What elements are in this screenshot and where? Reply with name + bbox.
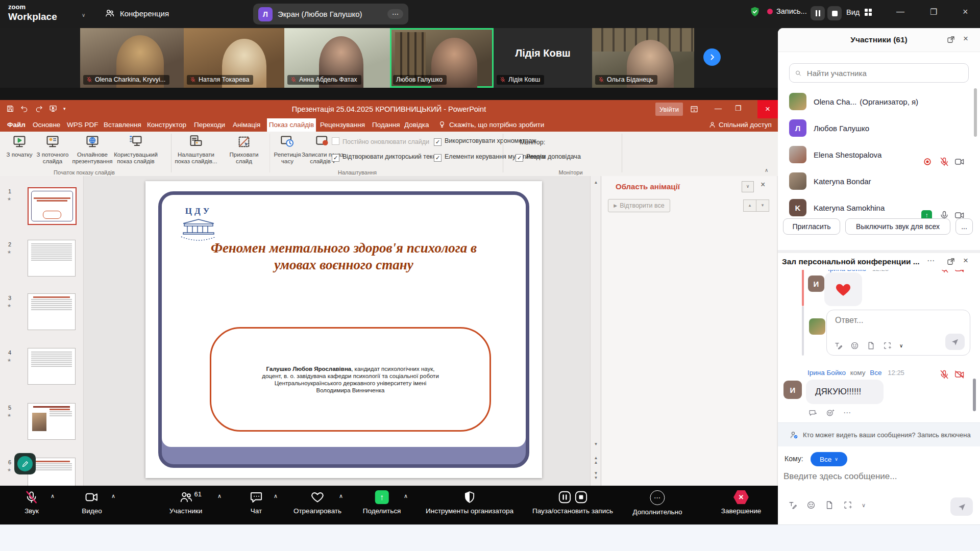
tell-me-box[interactable]: Скажіть, що потрібно зробити: [449, 121, 544, 129]
security-shield-icon[interactable]: [749, 6, 761, 20]
slide-thumbnail-5[interactable]: [28, 403, 76, 440]
more-button[interactable]: ⋯ Дополнительно: [632, 486, 682, 516]
chat-composer[interactable]: [782, 471, 953, 482]
window-minimize-button[interactable]: —: [896, 7, 904, 16]
composer-more-icon[interactable]: ∨: [862, 502, 866, 509]
message-recipient[interactable]: Все: [870, 369, 881, 377]
tab-animations[interactable]: Анімація: [233, 121, 260, 129]
file-icon[interactable]: [867, 341, 875, 350]
chat-message-input[interactable]: [782, 471, 953, 482]
format-icon[interactable]: [834, 341, 843, 350]
slide-thumbnail-2[interactable]: [28, 240, 76, 277]
hide-slide-button[interactable]: Приховати слайд: [226, 135, 262, 165]
host-tools-button[interactable]: Инструменты организатора: [426, 486, 513, 515]
composer-more-icon[interactable]: ∨: [899, 343, 903, 348]
checkbox-presenter-view[interactable]: ✓Режим доповідача: [516, 153, 581, 162]
slide-thumbnail-3[interactable]: [28, 293, 76, 330]
ribbon-display-options-icon[interactable]: [690, 105, 698, 113]
video-tile-active-speaker[interactable]: Любов Галушко: [390, 28, 494, 88]
react-options-icon[interactable]: ∧: [339, 493, 343, 499]
ppt-minimize-button[interactable]: —: [715, 104, 722, 112]
window-close-button[interactable]: ×: [963, 7, 968, 17]
popout-icon[interactable]: [946, 35, 955, 44]
tab-design[interactable]: Конструктор: [147, 121, 186, 129]
participant-row[interactable]: K Kateryna Samokhina: [778, 194, 980, 221]
tab-transitions[interactable]: Переходи: [194, 121, 225, 129]
video-tile[interactable]: Наталя Токарева: [184, 28, 284, 88]
participant-row[interactable]: Л Любов Галушко ↑: [778, 115, 980, 141]
next-slide-icon[interactable]: ▼▼: [591, 469, 601, 482]
video-button[interactable]: Видео: [82, 486, 102, 515]
scroll-down-icon[interactable]: ▼: [591, 439, 601, 450]
window-restore-button[interactable]: ❐: [930, 7, 937, 17]
chat-close-icon[interactable]: ×: [963, 256, 968, 266]
participants-button[interactable]: 61 Участники: [169, 486, 203, 515]
pane-close-icon[interactable]: ×: [761, 180, 765, 189]
share-screen-button[interactable]: ↑ Поделиться: [363, 486, 401, 515]
participant-row[interactable]: Kateryna Bondar: [778, 168, 980, 194]
emoji-icon[interactable]: [806, 500, 816, 510]
audio-button[interactable]: Звук: [24, 486, 39, 515]
reply-in-thread-icon[interactable]: [808, 409, 817, 417]
slide-thumbnail-1[interactable]: [28, 187, 77, 225]
video-tile[interactable]: Olena Charkina, Kryvyi...: [80, 28, 184, 88]
slide-canvas[interactable]: ЦДУ Феномен ментального здоров'я психоло…: [145, 181, 542, 478]
chat-options-icon[interactable]: ∧: [274, 493, 278, 499]
mute-all-button[interactable]: Выключить звук для всех: [845, 218, 950, 235]
file-icon[interactable]: [825, 500, 834, 510]
message-more-icon[interactable]: ⋯: [843, 408, 851, 417]
react-button[interactable]: Отреагировать: [293, 486, 341, 515]
scroll-up-icon[interactable]: ▲: [591, 177, 601, 188]
invite-button[interactable]: Пригласить: [783, 218, 840, 235]
setup-slideshow-button[interactable]: Налаштувати показ слайдів...: [172, 135, 220, 165]
popout-icon[interactable]: [946, 257, 955, 266]
move-later-button[interactable]: ▾: [756, 199, 769, 212]
pause-stop-record-button[interactable]: Пауза/остановить запись: [532, 486, 613, 515]
pause-recording-button[interactable]: [811, 6, 825, 20]
tab-file[interactable]: Файл: [7, 121, 26, 129]
play-all-button[interactable]: ▶ Відтворити все: [608, 199, 670, 212]
tab-wps-pdf[interactable]: WPS PDF: [67, 121, 99, 129]
video-tile[interactable]: Ольга Біданець: [592, 28, 694, 88]
audio-options-icon[interactable]: ∧: [51, 493, 55, 499]
slide-scrollbar[interactable]: ▲ ▼ ▲▲ ▼▼: [590, 176, 601, 486]
share-options-icon[interactable]: ∧: [404, 493, 408, 499]
tab-help[interactable]: Довідка: [404, 121, 429, 129]
send-to-dropdown[interactable]: Все∨: [811, 452, 847, 466]
screenshot-icon[interactable]: [883, 341, 892, 350]
collapse-ribbon-icon[interactable]: ∧: [765, 167, 768, 173]
chat-send-button[interactable]: [950, 497, 973, 516]
participants-scrollbar[interactable]: [974, 88, 977, 137]
participant-row[interactable]: Elena Shestopalova: [778, 141, 980, 168]
add-reaction-icon[interactable]: [826, 409, 835, 417]
from-beginning-button[interactable]: З початку: [5, 135, 34, 158]
participants-close-icon[interactable]: ×: [963, 34, 968, 44]
video-tile-camera-off[interactable]: Лідія Ковш Лідія Ковш: [494, 28, 592, 88]
format-icon[interactable]: [788, 500, 797, 510]
tab-slideshow-active[interactable]: Показ слайдів: [267, 118, 316, 132]
participants-options-icon[interactable]: ∧: [217, 493, 222, 499]
gallery-next-page-button[interactable]: [703, 48, 721, 66]
tab-review[interactable]: Рецензування: [320, 121, 365, 129]
chat-scrollbar[interactable]: [973, 379, 976, 411]
reply-input[interactable]: [834, 315, 938, 325]
checkbox-play-narrations[interactable]: ✓Відтворювати дикторський текст: [332, 153, 438, 162]
end-meeting-button[interactable]: ✕ Завершение: [721, 486, 762, 515]
share-button[interactable]: Спільний доступ: [719, 121, 772, 129]
screen-tab-more-button[interactable]: ⋯: [387, 9, 403, 19]
reply-send-button[interactable]: [945, 334, 965, 350]
move-earlier-button[interactable]: ▴: [743, 199, 756, 212]
custom-slideshow-button[interactable]: Користувацький показ слайдів: [108, 135, 163, 165]
tab-home[interactable]: Основне: [33, 121, 60, 129]
view-button[interactable]: Вид: [846, 8, 872, 16]
previous-slide-icon[interactable]: ▲▲: [591, 454, 601, 467]
tab-screen-share[interactable]: Л Экран (Любов Галушко) ⋯: [253, 4, 408, 24]
chevron-down-icon[interactable]: ∨: [82, 12, 85, 18]
reply-composer[interactable]: ∨: [826, 310, 970, 356]
checkbox-keep-updated[interactable]: Постійно оновлювати слайди: [332, 137, 429, 145]
video-options-icon[interactable]: ∧: [111, 493, 115, 499]
emoji-icon[interactable]: [850, 341, 859, 350]
chat-message-bubble[interactable]: [824, 272, 862, 306]
participant-row[interactable]: Olena Cha... (Организатор, я): [778, 88, 980, 115]
pause-icon[interactable]: [557, 490, 571, 504]
